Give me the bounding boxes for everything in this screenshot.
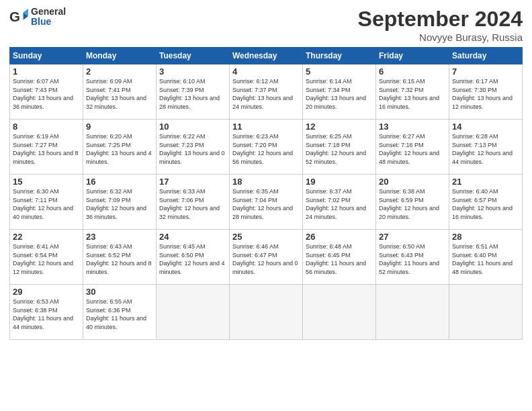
logo-icon: G <box>9 7 28 26</box>
day-info: Sunrise: 6:45 AMSunset: 6:50 PMDaylight:… <box>159 242 226 276</box>
calendar-cell: 2Sunrise: 6:09 AMSunset: 7:41 PMDaylight… <box>83 64 157 120</box>
calendar-cell: 24Sunrise: 6:45 AMSunset: 6:50 PMDayligh… <box>157 230 230 285</box>
day-info: Sunrise: 6:40 AMSunset: 6:57 PMDaylight:… <box>452 187 519 221</box>
day-number: 17 <box>159 177 226 187</box>
day-number: 20 <box>379 177 446 187</box>
calendar-cell: 16Sunrise: 6:32 AMSunset: 7:09 PMDayligh… <box>83 175 157 230</box>
day-number: 1 <box>13 66 80 77</box>
calendar-cell: 22Sunrise: 6:41 AMSunset: 6:54 PMDayligh… <box>10 230 83 285</box>
day-number: 12 <box>306 122 373 132</box>
day-number: 15 <box>13 177 80 187</box>
calendar-cell: 8Sunrise: 6:19 AMSunset: 7:27 PMDaylight… <box>10 120 83 175</box>
day-number: 5 <box>306 66 373 77</box>
calendar-cell: 1Sunrise: 6:07 AMSunset: 7:43 PMDaylight… <box>10 64 83 120</box>
calendar-cell: 19Sunrise: 6:37 AMSunset: 7:02 PMDayligh… <box>303 175 376 230</box>
day-info: Sunrise: 6:50 AMSunset: 6:43 PMDaylight:… <box>379 242 446 276</box>
calendar-cell: 3Sunrise: 6:10 AMSunset: 7:39 PMDaylight… <box>157 64 230 120</box>
calendar-cell: 13Sunrise: 6:27 AMSunset: 7:16 PMDayligh… <box>376 120 449 175</box>
calendar-cell: 27Sunrise: 6:50 AMSunset: 6:43 PMDayligh… <box>376 230 449 285</box>
calendar-cell: 7Sunrise: 6:17 AMSunset: 7:30 PMDaylight… <box>449 64 523 120</box>
calendar-container: G General Blue September 2024 Novyye Bur… <box>0 0 532 347</box>
calendar-cell <box>230 285 303 340</box>
day-info: Sunrise: 6:46 AMSunset: 6:47 PMDaylight:… <box>232 242 300 276</box>
calendar-week-1: 1Sunrise: 6:07 AMSunset: 7:43 PMDaylight… <box>10 64 523 120</box>
calendar-cell: 20Sunrise: 6:38 AMSunset: 6:59 PMDayligh… <box>376 175 449 230</box>
day-info: Sunrise: 6:17 AMSunset: 7:30 PMDaylight:… <box>452 77 519 111</box>
day-info: Sunrise: 6:55 AMSunset: 6:36 PMDaylight:… <box>86 298 153 331</box>
calendar-cell: 11Sunrise: 6:23 AMSunset: 7:20 PMDayligh… <box>230 120 303 175</box>
day-number: 26 <box>306 232 373 242</box>
calendar-week-4: 22Sunrise: 6:41 AMSunset: 6:54 PMDayligh… <box>10 230 523 285</box>
day-number: 22 <box>13 232 80 242</box>
day-info: Sunrise: 6:22 AMSunset: 7:23 PMDaylight:… <box>159 132 226 166</box>
day-number: 16 <box>86 177 153 187</box>
col-wednesday: Wednesday <box>230 48 303 64</box>
day-info: Sunrise: 6:25 AMSunset: 7:18 PMDaylight:… <box>306 132 373 166</box>
day-number: 6 <box>379 66 446 77</box>
day-info: Sunrise: 6:07 AMSunset: 7:43 PMDaylight:… <box>13 77 80 111</box>
calendar-week-5: 29Sunrise: 6:53 AMSunset: 6:38 PMDayligh… <box>10 285 523 340</box>
day-number: 4 <box>232 66 300 77</box>
location-title: Novyye Burasy, Russia <box>358 32 523 43</box>
day-number: 28 <box>452 232 519 242</box>
day-info: Sunrise: 6:32 AMSunset: 7:09 PMDaylight:… <box>86 187 153 221</box>
day-info: Sunrise: 6:30 AMSunset: 7:11 PMDaylight:… <box>13 187 80 221</box>
header: G General Blue September 2024 Novyye Bur… <box>9 7 523 43</box>
day-number: 24 <box>159 232 226 242</box>
day-number: 30 <box>86 287 153 297</box>
col-sunday: Sunday <box>10 48 83 64</box>
day-info: Sunrise: 6:43 AMSunset: 6:52 PMDaylight:… <box>86 242 153 276</box>
day-info: Sunrise: 6:33 AMSunset: 7:06 PMDaylight:… <box>159 187 226 221</box>
calendar-cell: 30Sunrise: 6:55 AMSunset: 6:36 PMDayligh… <box>83 285 157 340</box>
calendar-week-3: 15Sunrise: 6:30 AMSunset: 7:11 PMDayligh… <box>10 175 523 230</box>
col-thursday: Thursday <box>303 48 376 64</box>
calendar-cell <box>303 285 376 340</box>
day-number: 11 <box>232 122 300 132</box>
calendar-cell: 15Sunrise: 6:30 AMSunset: 7:11 PMDayligh… <box>10 175 83 230</box>
calendar-cell: 23Sunrise: 6:43 AMSunset: 6:52 PMDayligh… <box>83 230 157 285</box>
day-number: 2 <box>86 66 153 77</box>
month-title: September 2024 <box>358 7 523 32</box>
calendar-week-2: 8Sunrise: 6:19 AMSunset: 7:27 PMDaylight… <box>10 120 523 175</box>
col-tuesday: Tuesday <box>157 48 230 64</box>
header-row: Sunday Monday Tuesday Wednesday Thursday… <box>10 48 523 64</box>
day-info: Sunrise: 6:48 AMSunset: 6:45 PMDaylight:… <box>306 242 373 276</box>
day-info: Sunrise: 6:23 AMSunset: 7:20 PMDaylight:… <box>232 132 300 166</box>
calendar-cell: 9Sunrise: 6:20 AMSunset: 7:25 PMDaylight… <box>83 120 157 175</box>
day-number: 19 <box>306 177 373 187</box>
day-number: 18 <box>232 177 300 187</box>
col-saturday: Saturday <box>449 48 523 64</box>
day-number: 13 <box>379 122 446 132</box>
calendar-cell: 28Sunrise: 6:51 AMSunset: 6:40 PMDayligh… <box>449 230 523 285</box>
calendar-cell: 21Sunrise: 6:40 AMSunset: 6:57 PMDayligh… <box>449 175 523 230</box>
day-info: Sunrise: 6:09 AMSunset: 7:41 PMDaylight:… <box>86 77 153 111</box>
calendar-cell: 10Sunrise: 6:22 AMSunset: 7:23 PMDayligh… <box>157 120 230 175</box>
day-number: 29 <box>13 287 80 297</box>
day-number: 25 <box>232 232 300 242</box>
title-block: September 2024 Novyye Burasy, Russia <box>358 7 523 43</box>
day-info: Sunrise: 6:12 AMSunset: 7:37 PMDaylight:… <box>232 77 300 111</box>
day-number: 3 <box>159 66 226 77</box>
day-info: Sunrise: 6:41 AMSunset: 6:54 PMDaylight:… <box>13 242 80 276</box>
col-monday: Monday <box>83 48 157 64</box>
day-info: Sunrise: 6:27 AMSunset: 7:16 PMDaylight:… <box>379 132 446 166</box>
col-friday: Friday <box>376 48 449 64</box>
day-info: Sunrise: 6:10 AMSunset: 7:39 PMDaylight:… <box>159 77 226 111</box>
day-info: Sunrise: 6:51 AMSunset: 6:40 PMDaylight:… <box>452 242 519 276</box>
day-info: Sunrise: 6:19 AMSunset: 7:27 PMDaylight:… <box>13 132 80 166</box>
calendar-cell: 5Sunrise: 6:14 AMSunset: 7:34 PMDaylight… <box>303 64 376 120</box>
day-info: Sunrise: 6:37 AMSunset: 7:02 PMDaylight:… <box>306 187 373 221</box>
day-number: 10 <box>159 122 226 132</box>
logo-general-text: General <box>31 7 66 17</box>
day-info: Sunrise: 6:20 AMSunset: 7:25 PMDaylight:… <box>86 132 153 166</box>
logo-blue-text: Blue <box>31 17 66 27</box>
calendar-cell: 29Sunrise: 6:53 AMSunset: 6:38 PMDayligh… <box>10 285 83 340</box>
calendar-cell <box>449 285 523 340</box>
logo: G General Blue <box>9 7 66 28</box>
day-number: 23 <box>86 232 153 242</box>
calendar-cell: 25Sunrise: 6:46 AMSunset: 6:47 PMDayligh… <box>230 230 303 285</box>
day-info: Sunrise: 6:15 AMSunset: 7:32 PMDaylight:… <box>379 77 446 111</box>
calendar-cell: 12Sunrise: 6:25 AMSunset: 7:18 PMDayligh… <box>303 120 376 175</box>
calendar-cell: 17Sunrise: 6:33 AMSunset: 7:06 PMDayligh… <box>157 175 230 230</box>
day-number: 21 <box>452 177 519 187</box>
